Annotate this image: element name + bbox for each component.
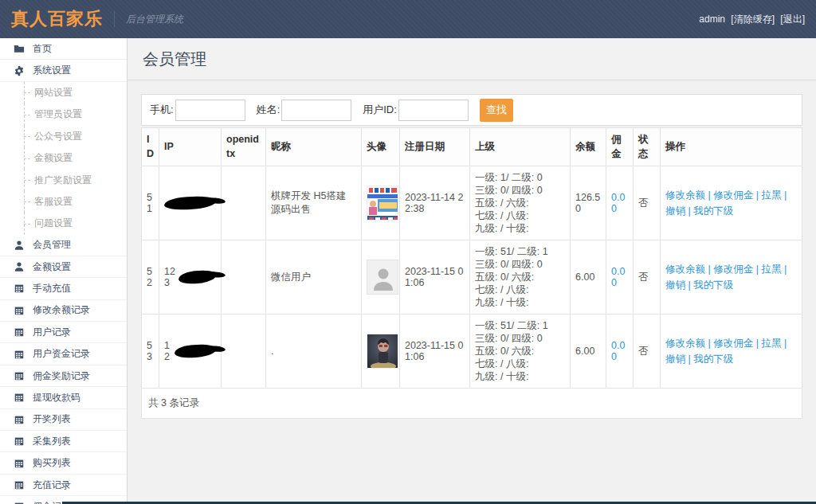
action-link-拉黑[interactable]: 拉黑 (761, 338, 781, 349)
logout-link[interactable]: [退出] (780, 14, 805, 25)
action-separator: | (685, 205, 693, 217)
sidebar-item-开奖列表[interactable]: 开奖列表 (0, 409, 127, 431)
action-separator: | (781, 189, 787, 201)
sidebar-item-label: 手动充值 (33, 282, 71, 295)
action-separator: | (781, 264, 787, 275)
top-header: 真人百家乐 后台管理系统 admin [清除缓存] [退出] (0, 0, 816, 38)
sidebar-item-管理员设置[interactable]: 管理员设置 (0, 104, 127, 125)
sidebar-item-label: 金额设置 (33, 260, 71, 274)
upline-level-line: 五级: 0/ 六级: (475, 345, 565, 357)
cell-upline: 一级: 51/ 二级: 1三级: 0/ 四级: 0五级: 0/ 六级:七级: /… (470, 315, 571, 389)
sidebar-item-公众号设置[interactable]: 公众号设置 (0, 126, 127, 147)
action-separator: | (705, 264, 713, 275)
sidebar-item-客服设置[interactable]: 客服设置 (0, 191, 127, 213)
cell-avatar (362, 240, 400, 315)
sidebar-item-系统设置[interactable]: 系统设置 (0, 60, 127, 81)
sidebar-item-label: 购买列表 (33, 456, 71, 470)
sidebar-item-用户资金记录[interactable]: 用户资金记录 (0, 343, 127, 365)
action-separator: | (705, 338, 713, 349)
userid-label: 用户ID: (363, 103, 397, 117)
sidebar-item-问题设置[interactable]: 问题设置 (0, 213, 127, 234)
action-link-拉黑[interactable]: 拉黑 (761, 189, 781, 201)
sidebar-item-金额设置[interactable]: 金额设置 (0, 147, 127, 169)
sidebar-item-label: 客服设置 (34, 195, 73, 209)
sidebar-item-购买列表[interactable]: 购买列表 (0, 452, 127, 474)
action-link-修改佣金[interactable]: 修改佣金 (713, 264, 753, 275)
column-header-佣金: 佣金 (606, 128, 634, 166)
action-link-拉黑[interactable]: 拉黑 (761, 264, 781, 275)
clear-cache-link[interactable]: [清除缓存] (731, 14, 775, 25)
upline-level-line: 五级: / 六级: (475, 197, 565, 209)
commission-link[interactable]: 0.00 (611, 192, 625, 214)
cell-nickname: 微信用户 (266, 240, 362, 315)
sidebar-item-手动充值[interactable]: 手动充值 (0, 278, 127, 299)
sidebar-item-推广奖励设置[interactable]: 推广奖励设置 (0, 169, 127, 190)
commission-link[interactable]: 0.00 (611, 340, 625, 362)
action-link-修改余额[interactable]: 修改余额 (665, 264, 705, 275)
sidebar-item-采集列表[interactable]: 采集列表 (0, 431, 127, 452)
sidebar-item-label: 管理员设置 (34, 107, 82, 121)
action-link-撤销[interactable]: 撤销 (665, 279, 685, 291)
sidebar-item-label: 推广奖励设置 (34, 174, 92, 187)
action-separator: | (753, 264, 761, 275)
calendar-icon (14, 479, 25, 490)
cell-reg-date: 2023-11-14 22:38 (400, 166, 470, 240)
action-link-修改余额[interactable]: 修改余额 (665, 189, 705, 201)
user-icon (14, 240, 25, 251)
action-link-我的下级[interactable]: 我的下级 (693, 205, 733, 217)
sidebar-item-首页[interactable]: 首页 (0, 38, 127, 60)
upline-level-line: 九级: / 十级: (475, 296, 565, 309)
sidebar-item-会员管理[interactable]: 会员管理 (0, 235, 127, 256)
action-link-我的下级[interactable]: 我的下级 (693, 279, 733, 291)
phone-input[interactable] (175, 100, 245, 121)
action-link-修改佣金[interactable]: 修改佣金 (713, 338, 753, 349)
name-input[interactable] (281, 100, 351, 121)
calendar-icon (14, 392, 25, 403)
sidebar-item-label: 系统设置 (33, 64, 71, 77)
gear-icon (14, 65, 25, 76)
page-title-bar: 会员管理 (128, 38, 816, 80)
sidebar-item-label: 修改余额记录 (33, 303, 90, 317)
table-row: 52123微信用户2023-11-15 01:06一级: 51/ 二级: 1三级… (142, 240, 802, 315)
cell-openidtx (222, 240, 266, 315)
action-link-修改佣金[interactable]: 修改佣金 (713, 189, 753, 201)
action-separator: | (705, 189, 713, 201)
cell-status: 否 (634, 166, 661, 240)
action-link-我的下级[interactable]: 我的下级 (693, 354, 733, 365)
action-link-撤销[interactable]: 撤销 (665, 354, 685, 365)
sidebar-item-佣金奖励记录[interactable]: 佣金奖励记录 (0, 365, 127, 387)
calendar-icon (14, 370, 25, 381)
calendar-icon (14, 305, 25, 316)
sidebar-item-充值记录[interactable]: 充值记录 (0, 475, 127, 496)
cell-balance: 6.00 (571, 240, 606, 315)
sidebar-item-金额设置[interactable]: 金额设置 (0, 256, 127, 278)
sidebar-item-用户记录[interactable]: 用户记录 (0, 322, 127, 343)
action-separator: | (781, 338, 787, 349)
user-avatar (367, 334, 398, 369)
cell-reg-date: 2023-11-15 01:06 (400, 315, 470, 389)
action-link-撤销[interactable]: 撤销 (665, 205, 685, 217)
sidebar-item-label: 问题设置 (34, 217, 73, 230)
search-panel: 手机: 姓名: 用户ID: 查找 (141, 94, 802, 126)
cell-avatar (362, 315, 400, 389)
cell-commission: 0.00 (606, 240, 634, 315)
search-button[interactable]: 查找 (480, 99, 513, 122)
sidebar-item-修改余额记录[interactable]: 修改余额记录 (0, 300, 127, 322)
redaction-mark (175, 343, 217, 359)
column-header-ID: ID (142, 128, 159, 166)
upline-level-line: 三级: 0/ 四级: 0 (475, 332, 565, 345)
cell-openidtx (222, 315, 266, 389)
cell-status: 否 (634, 315, 661, 389)
sidebar-item-label: 公众号设置 (34, 130, 82, 143)
cell-id: 51 (142, 166, 159, 240)
user-icon (14, 261, 25, 272)
page-content: 手机: 姓名: 用户ID: 查找 IDIPopenidtx昵称头像注册日期上级余… (128, 80, 816, 432)
ip-visible-text: 123 (164, 266, 177, 288)
action-link-修改余额[interactable]: 修改余额 (665, 338, 705, 349)
sidebar-item-网站设置[interactable]: 网站设置 (0, 82, 127, 104)
sidebar-item-提现收款码[interactable]: 提现收款码 (0, 387, 127, 408)
userid-input[interactable] (398, 100, 469, 121)
commission-link[interactable]: 0.00 (611, 266, 625, 288)
upline-level-line: 三级: 0/ 四级: 0 (475, 184, 565, 197)
upline-level-line: 一级: 51/ 二级: 1 (475, 245, 565, 258)
